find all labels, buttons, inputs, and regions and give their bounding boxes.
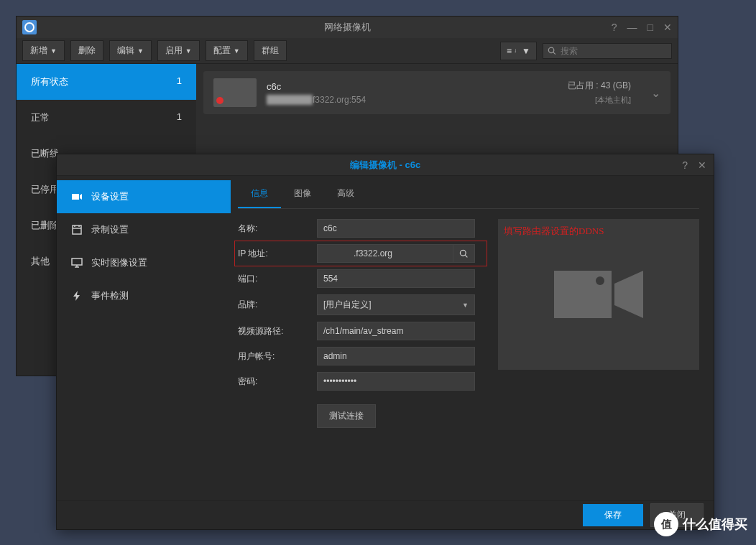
dialog-tabs: 信息 图像 高级 (238, 180, 699, 209)
toolbar: 新增▼ 删除 编辑▼ 启用▼ 配置▼ 群组 ≡↓ ▼ (17, 38, 678, 64)
app-title: 网络摄像机 (324, 21, 371, 34)
status-normal[interactable]: 正常1 (17, 100, 196, 136)
dialog-close-icon[interactable]: ✕ (698, 159, 706, 171)
ip-search-button[interactable] (453, 244, 475, 263)
enable-button[interactable]: 启用▼ (157, 40, 200, 61)
close-icon[interactable]: ✕ (663, 22, 672, 33)
camera-thumbnail (213, 78, 257, 107)
tab-info[interactable]: 信息 (238, 180, 281, 208)
sidebar-item-device[interactable]: 设备设置 (57, 180, 231, 213)
pass-label: 密码: (238, 376, 317, 388)
sidebar-item-record[interactable]: 录制设置 (57, 213, 231, 246)
sidebar-item-event[interactable]: 事件检测 (57, 279, 231, 312)
delete-button[interactable]: 删除 (70, 40, 103, 61)
calendar-icon (71, 224, 83, 236)
name-label: 名称: (238, 223, 317, 235)
bolt-icon (71, 290, 83, 302)
watermark: 值 什么值得买 (654, 512, 747, 536)
help-icon[interactable]: ? (612, 22, 617, 33)
search-input[interactable] (561, 46, 667, 56)
user-input[interactable] (317, 347, 475, 365)
watermark-text: 什么值得买 (683, 516, 747, 533)
edit-camera-dialog: 编辑摄像机 - c6c ? ✕ 设备设置 录制设置 实时图像设置 事件检测 (56, 154, 714, 530)
dialog-sidebar: 设备设置 录制设置 实时图像设置 事件检测 (57, 176, 231, 500)
search-icon (548, 46, 556, 56)
name-input[interactable] (317, 219, 475, 238)
test-connection-button[interactable]: 测试连接 (317, 404, 376, 428)
monitor-icon (71, 257, 83, 269)
password-input[interactable] (317, 372, 475, 391)
camera-address: xxxxf3322.org:554 (267, 95, 558, 105)
watermark-icon: 值 (654, 512, 678, 536)
path-input[interactable] (317, 322, 475, 340)
ip-input[interactable] (317, 244, 453, 263)
dialog-title: 编辑摄像机 - c6c (350, 159, 420, 172)
edit-button[interactable]: 编辑▼ (109, 40, 152, 61)
tab-advanced[interactable]: 高级 (324, 180, 367, 208)
app-icon (22, 20, 37, 34)
svg-point-1 (596, 276, 604, 285)
search-icon (459, 249, 469, 258)
save-button[interactable]: 保存 (583, 504, 643, 526)
port-label: 端口: (238, 273, 317, 285)
camera-name: c6c (267, 81, 558, 92)
camera-usage: 已占用 : 43 (GB) (568, 80, 631, 92)
camera-icon (71, 191, 83, 202)
add-button[interactable]: 新增▼ (22, 40, 65, 61)
sort-button[interactable]: ≡↓ ▼ (500, 42, 537, 60)
camera-preview: 填写路由器设置的DDNS (498, 219, 699, 370)
camera-card[interactable]: c6c xxxxf3322.org:554 已占用 : 43 (GB) [本地主… (203, 71, 670, 114)
port-input[interactable] (317, 269, 475, 288)
sidebar-item-live[interactable]: 实时图像设置 (57, 246, 231, 279)
form: 名称: IP 地址: (238, 219, 484, 428)
minimize-icon[interactable]: — (627, 22, 637, 33)
dialog-help-icon[interactable]: ? (682, 159, 688, 171)
chevron-down-icon[interactable]: ⌄ (651, 86, 660, 100)
annotation-text: 填写路由器设置的DDNS (504, 225, 604, 238)
main-titlebar: 网络摄像机 ? — □ ✕ (17, 17, 678, 38)
ip-label: IP 地址: (238, 248, 317, 260)
maximize-icon[interactable]: □ (647, 22, 653, 33)
status-all[interactable]: 所有状态1 (17, 64, 196, 100)
dialog-titlebar: 编辑摄像机 - c6c ? ✕ (57, 154, 714, 176)
camera-host: [本地主机] (568, 95, 631, 106)
config-button[interactable]: 配置▼ (206, 40, 248, 61)
camera-placeholder-icon (548, 262, 649, 327)
dialog-footer: 保存 关闭 (57, 500, 714, 529)
group-button[interactable]: 群组 (254, 40, 287, 61)
tab-image[interactable]: 图像 (281, 180, 324, 208)
path-label: 视频源路径: (238, 325, 317, 337)
search-box[interactable] (543, 43, 672, 59)
brand-label: 品牌: (238, 299, 317, 311)
user-label: 用户帐号: (238, 350, 317, 363)
brand-select[interactable]: [用户自定义]▼ (317, 294, 475, 315)
